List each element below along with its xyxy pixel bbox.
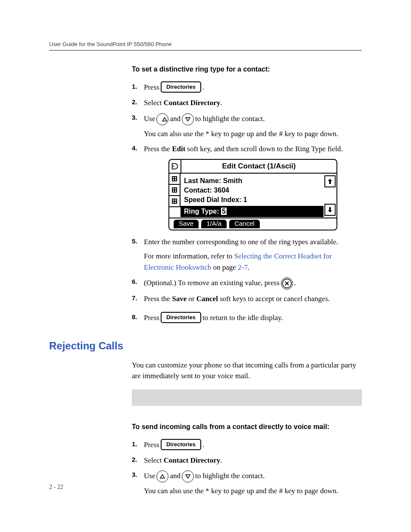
- phone-lcd-screenshot: Edit Contact (1/Ascii) Last Name: Smith …: [168, 159, 337, 230]
- delete-key-icon: [281, 277, 293, 289]
- step-text: Enter the number corresponding to one of…: [144, 238, 338, 246]
- lcd-fields: Last Name: Smith Contact: 3604 Speed Dia…: [181, 174, 324, 218]
- running-header: User Guide for the SoundPoint IP 550/560…: [49, 41, 362, 47]
- lcd-line-icons: [169, 174, 181, 218]
- step-subtext: .: [248, 263, 249, 271]
- step-2: Select Contact Directory.: [132, 97, 362, 109]
- step-text: .: [220, 456, 222, 464]
- step-text: Use: [144, 470, 155, 482]
- svg-marker-1: [186, 118, 190, 121]
- field-label: Last Name:: [184, 177, 221, 184]
- step-4: Press the Edit soft key, and then scroll…: [132, 143, 362, 230]
- step-subtext: You can also use the * key to page up an…: [144, 485, 362, 497]
- field-label: Contact:: [184, 187, 212, 194]
- step-bold: Save: [172, 295, 187, 303]
- step-text: Select: [144, 99, 164, 107]
- scroll-up-icon: [324, 175, 336, 187]
- field-value: 5: [221, 208, 227, 215]
- note-placeholder: [132, 389, 362, 406]
- step-text: .: [202, 82, 204, 93]
- step-text: .: [202, 439, 204, 451]
- field-label: Ring Type:: [184, 208, 219, 215]
- step-text: to highlight the contact.: [195, 470, 265, 482]
- step-text: Press: [144, 312, 159, 324]
- step-8: Press Directories to return to the idle …: [132, 312, 362, 324]
- step-text: .: [220, 99, 222, 107]
- directories-key: Directories: [161, 81, 201, 93]
- page-ref-link[interactable]: 2-7: [238, 263, 248, 271]
- selected-field-row: Ring Type: 5: [181, 206, 324, 217]
- scroll-down-icon: [324, 204, 336, 216]
- step-text: Use: [144, 113, 155, 124]
- step-bold: Contact Directory: [164, 456, 220, 464]
- section-intro: You can customize your phone so that inc…: [132, 360, 362, 382]
- section-heading-rejecting-calls: Rejecting Calls: [49, 340, 362, 352]
- directories-key: Directories: [161, 312, 201, 323]
- procedure-2-steps: Press Directories . Select Contact Direc…: [132, 439, 362, 497]
- line-icon: [169, 174, 181, 185]
- step-bold: Cancel: [196, 295, 218, 303]
- header-rule: [49, 50, 362, 51]
- field-value: Smith: [223, 177, 242, 184]
- step-text: or: [187, 295, 196, 303]
- down-arrow-key-icon: [182, 470, 194, 482]
- step-6: (Optional.) To remove an existing value,…: [132, 277, 362, 289]
- step-text: to return to the idle display.: [202, 312, 283, 324]
- svg-marker-0: [162, 118, 167, 121]
- svg-marker-3: [328, 179, 332, 184]
- step-3: Use and to highlight the contact. You ca…: [132, 470, 362, 497]
- step-1: Press Directories .: [132, 82, 362, 93]
- step-text: Press: [144, 439, 159, 451]
- procedure-2-title: To send incoming calls from a contact di…: [132, 423, 362, 431]
- step-text: to highlight the contact.: [195, 113, 265, 124]
- step-bold: Edit: [172, 145, 185, 153]
- field-value: 1: [243, 196, 247, 203]
- step-text: Select: [144, 456, 164, 464]
- line-blank: [169, 207, 181, 218]
- step-text: soft keys to accept or cancel changes.: [218, 295, 330, 303]
- svg-marker-4: [328, 207, 332, 212]
- softkey-mode: 1/A/a: [201, 220, 227, 228]
- down-arrow-key-icon: [182, 113, 194, 125]
- up-arrow-key-icon: [156, 470, 168, 482]
- page-number: 2 - 22: [49, 484, 63, 491]
- line-icon: [169, 196, 181, 207]
- lcd-title-icon: [169, 160, 181, 173]
- lcd-softkeys: Save 1/A/a Cancel: [169, 218, 336, 230]
- svg-marker-8: [186, 475, 190, 478]
- step-7: Press the Save or Cancel soft keys to ac…: [132, 293, 362, 305]
- step-1: Press Directories .: [132, 439, 362, 451]
- lcd-title: Edit Contact (1/Ascii): [181, 160, 336, 173]
- procedure-1-steps: Press Directories . Select Contact Direc…: [132, 82, 362, 324]
- field-label: Speed Dial Index:: [184, 196, 241, 203]
- step-text: .: [294, 277, 296, 289]
- softkey-save: Save: [174, 220, 199, 228]
- step-subtext: You can also use the * key to page up an…: [144, 128, 362, 140]
- step-5: Enter the number corresponding to one of…: [132, 236, 362, 273]
- step-text: Press the: [144, 145, 172, 153]
- step-text: soft key, and then scroll down to the Ri…: [185, 145, 342, 153]
- softkey-cancel: Cancel: [229, 220, 260, 228]
- line-icon: [169, 185, 181, 196]
- step-subtext: on page: [211, 263, 238, 271]
- step-text: Press the: [144, 295, 172, 303]
- up-arrow-key-icon: [156, 113, 168, 125]
- step-text: (Optional.) To remove an existing value,…: [144, 277, 280, 289]
- procedure-1-title: To set a distinctive ring type for a con…: [132, 65, 362, 73]
- step-2: Select Contact Directory.: [132, 455, 362, 466]
- step-text: Press: [144, 82, 159, 93]
- step-subtext: For more information, refer to: [144, 252, 234, 260]
- step-bold: Contact Directory: [164, 99, 220, 107]
- step-text: and: [170, 113, 181, 124]
- field-value: 3604: [214, 187, 229, 194]
- directories-key: Directories: [161, 439, 201, 450]
- step-3: Use and to highlight the contact. You ca…: [132, 113, 362, 140]
- svg-marker-7: [160, 475, 165, 478]
- step-text: and: [170, 470, 181, 482]
